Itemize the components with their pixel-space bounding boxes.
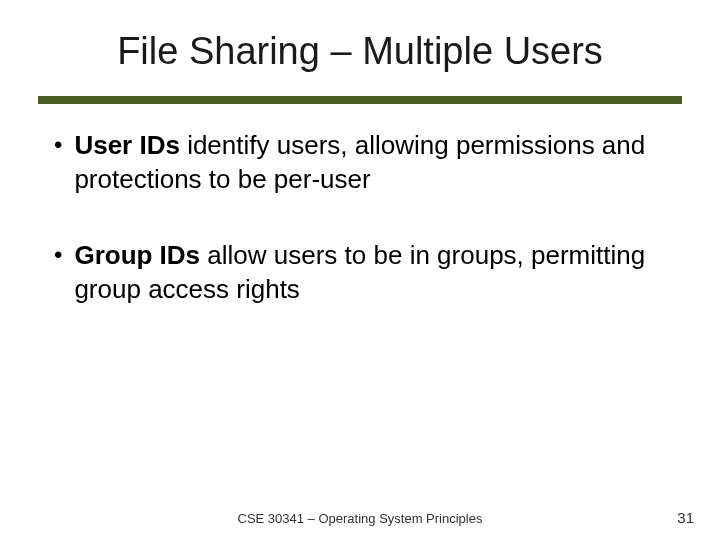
bullet-marker-icon: •	[54, 238, 62, 272]
bullet-text: Group IDs allow users to be in groups, p…	[74, 238, 666, 306]
bullet-marker-icon: •	[54, 128, 62, 162]
content-area: • User IDs identify users, allowing perm…	[54, 128, 666, 348]
bullet-bold: User IDs	[74, 130, 180, 160]
bullet-item: • Group IDs allow users to be in groups,…	[54, 238, 666, 306]
bullet-text: User IDs identify users, allowing permis…	[74, 128, 666, 196]
title-underline	[38, 96, 682, 104]
bullet-bold: Group IDs	[74, 240, 200, 270]
slide-title: File Sharing – Multiple Users	[0, 30, 720, 73]
page-number: 31	[677, 509, 694, 526]
slide: File Sharing – Multiple Users • User IDs…	[0, 0, 720, 540]
bullet-item: • User IDs identify users, allowing perm…	[54, 128, 666, 196]
footer-course: CSE 30341 – Operating System Principles	[0, 511, 720, 526]
